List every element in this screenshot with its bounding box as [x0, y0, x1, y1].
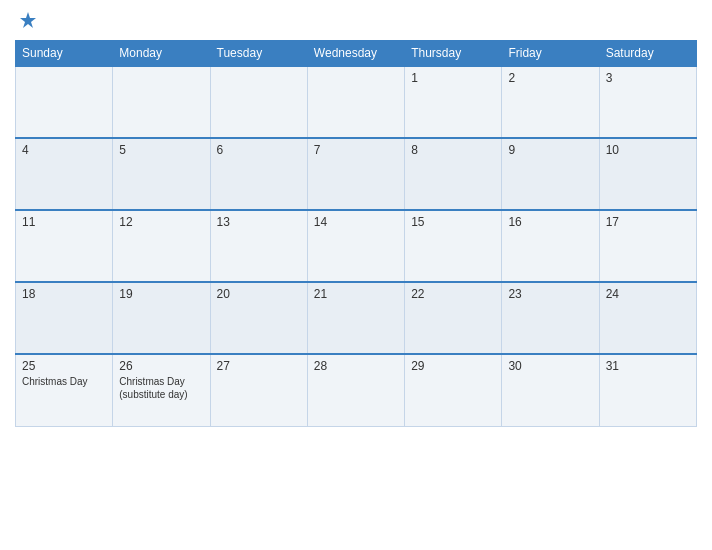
calendar-cell: 18 — [16, 282, 113, 354]
calendar-cell: 14 — [307, 210, 404, 282]
calendar-week-row: 45678910 — [16, 138, 697, 210]
calendar-cell: 4 — [16, 138, 113, 210]
svg-marker-0 — [20, 12, 36, 28]
day-number: 12 — [119, 215, 203, 229]
calendar-cell: 23 — [502, 282, 599, 354]
calendar-cell: 10 — [599, 138, 696, 210]
day-number: 1 — [411, 71, 495, 85]
calendar-cell: 27 — [210, 354, 307, 426]
day-number: 27 — [217, 359, 301, 373]
day-number: 29 — [411, 359, 495, 373]
calendar-cell: 2 — [502, 66, 599, 138]
calendar-week-row: 18192021222324 — [16, 282, 697, 354]
event-label: Christmas Day — [22, 375, 106, 388]
calendar-cell: 25Christmas Day — [16, 354, 113, 426]
calendar-cell: 3 — [599, 66, 696, 138]
day-number: 24 — [606, 287, 690, 301]
calendar-cell: 21 — [307, 282, 404, 354]
calendar-week-row: 123 — [16, 66, 697, 138]
calendar-cell: 9 — [502, 138, 599, 210]
day-number: 11 — [22, 215, 106, 229]
day-number: 23 — [508, 287, 592, 301]
calendar-week-row: 11121314151617 — [16, 210, 697, 282]
calendar-cell: 7 — [307, 138, 404, 210]
calendar-cell — [210, 66, 307, 138]
calendar-cell: 22 — [405, 282, 502, 354]
weekday-header-saturday: Saturday — [599, 41, 696, 67]
day-number: 20 — [217, 287, 301, 301]
day-number: 19 — [119, 287, 203, 301]
calendar-cell: 6 — [210, 138, 307, 210]
calendar-cell: 31 — [599, 354, 696, 426]
day-number: 6 — [217, 143, 301, 157]
day-number: 2 — [508, 71, 592, 85]
page: SundayMondayTuesdayWednesdayThursdayFrid… — [0, 0, 712, 550]
weekday-header-tuesday: Tuesday — [210, 41, 307, 67]
weekday-header-monday: Monday — [113, 41, 210, 67]
weekday-header-sunday: Sunday — [16, 41, 113, 67]
day-number: 10 — [606, 143, 690, 157]
day-number: 22 — [411, 287, 495, 301]
calendar-table: SundayMondayTuesdayWednesdayThursdayFrid… — [15, 40, 697, 427]
calendar-cell: 30 — [502, 354, 599, 426]
calendar-cell: 26Christmas Day(substitute day) — [113, 354, 210, 426]
day-number: 26 — [119, 359, 203, 373]
day-number: 21 — [314, 287, 398, 301]
calendar-cell: 13 — [210, 210, 307, 282]
day-number: 5 — [119, 143, 203, 157]
calendar-cell: 20 — [210, 282, 307, 354]
event-label: Christmas Day — [119, 375, 203, 388]
calendar-cell: 11 — [16, 210, 113, 282]
weekday-header-friday: Friday — [502, 41, 599, 67]
calendar-cell — [16, 66, 113, 138]
calendar-cell: 16 — [502, 210, 599, 282]
calendar-cell: 5 — [113, 138, 210, 210]
calendar-cell: 12 — [113, 210, 210, 282]
calendar-cell: 8 — [405, 138, 502, 210]
calendar-week-row: 25Christmas Day26Christmas Day(substitut… — [16, 354, 697, 426]
calendar-cell: 1 — [405, 66, 502, 138]
calendar-cell: 28 — [307, 354, 404, 426]
day-number: 9 — [508, 143, 592, 157]
weekday-header-wednesday: Wednesday — [307, 41, 404, 67]
calendar-cell: 24 — [599, 282, 696, 354]
day-number: 16 — [508, 215, 592, 229]
logo — [15, 10, 39, 32]
day-number: 13 — [217, 215, 301, 229]
header — [15, 10, 697, 32]
day-number: 3 — [606, 71, 690, 85]
calendar-cell — [307, 66, 404, 138]
day-number: 14 — [314, 215, 398, 229]
calendar-cell — [113, 66, 210, 138]
calendar-cell: 19 — [113, 282, 210, 354]
day-number: 18 — [22, 287, 106, 301]
day-number: 17 — [606, 215, 690, 229]
calendar-cell: 17 — [599, 210, 696, 282]
calendar-cell: 15 — [405, 210, 502, 282]
day-number: 31 — [606, 359, 690, 373]
day-number: 30 — [508, 359, 592, 373]
day-number: 28 — [314, 359, 398, 373]
day-number: 15 — [411, 215, 495, 229]
logo-flag-icon — [17, 10, 39, 32]
weekday-header-thursday: Thursday — [405, 41, 502, 67]
weekday-header-row: SundayMondayTuesdayWednesdayThursdayFrid… — [16, 41, 697, 67]
day-number: 4 — [22, 143, 106, 157]
day-number: 8 — [411, 143, 495, 157]
event-label: (substitute day) — [119, 388, 203, 401]
day-number: 25 — [22, 359, 106, 373]
day-number: 7 — [314, 143, 398, 157]
calendar-cell: 29 — [405, 354, 502, 426]
